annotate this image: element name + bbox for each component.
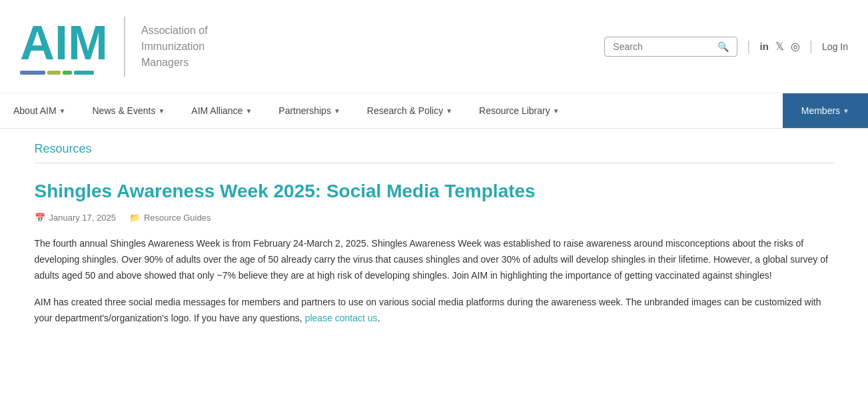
social-icons: in 𝕏 ◎ [760,40,800,53]
twitter-icon[interactable]: 𝕏 [775,40,784,53]
nav-label-news-events: News & Events [93,105,156,116]
nav-label-members: Members [801,105,840,116]
calendar-icon: 📅 [35,213,45,223]
login-link[interactable]: Log In [822,41,848,52]
nav-label-partnerships: Partnerships [278,105,331,116]
org-name-line3: Managers [141,55,208,71]
logo-bar-teal [74,71,94,75]
nav-item-aim-alliance[interactable]: AIM Alliance ▼ [178,93,265,128]
section-title: Resources [35,142,834,163]
podcast-icon[interactable]: ◎ [791,40,800,53]
search-icon: 🔍 [717,41,729,52]
chevron-down-icon: ▼ [245,107,252,115]
logo-bar-yellow [47,71,61,75]
logo-bar [20,71,108,75]
chevron-down-icon: ▼ [59,107,66,115]
linkedin-icon[interactable]: in [760,41,769,52]
folder-icon: 📁 [129,213,140,223]
nav-label-research-policy: Research & Policy [367,105,443,116]
article-date-meta: 📅 January 17, 2025 [35,213,116,223]
nav-label-resource-library: Resource Library [479,105,550,116]
chevron-down-icon: ▼ [158,107,165,115]
main-nav: About AIM ▼ News & Events ▼ AIM Alliance… [0,93,868,129]
article-p2-start: AIM has created three social media messa… [35,297,821,323]
header: AIM Association of Immunization Managers… [0,0,868,93]
header-right: 🔍 | in 𝕏 ◎ | Log In [604,37,848,57]
chevron-down-icon: ▼ [553,107,560,115]
main-content: Resources Shingles Awareness Week 2025: … [15,129,854,350]
chevron-down-icon: ▼ [334,107,340,115]
search-box[interactable]: 🔍 [604,37,737,57]
logo-letters: AIM [20,19,108,75]
header-divider-bar: | [747,39,750,54]
nav-item-members[interactable]: Members ▼ [783,93,868,128]
nav-item-partnerships[interactable]: Partnerships ▼ [265,93,354,128]
chevron-down-icon: ▼ [446,107,452,115]
nav-label-about-aim: About AIM [13,105,57,116]
nav-item-research-policy[interactable]: Research & Policy ▼ [354,93,466,128]
nav-item-about-aim[interactable]: About AIM ▼ [0,93,79,128]
nav-item-resource-library[interactable]: Resource Library ▼ [466,93,573,128]
article-category: Resource Guides [144,213,211,223]
article-p2-end: . [378,313,380,323]
logo-area: AIM Association of Immunization Managers [20,17,208,77]
article-paragraph-1: The fourth annual Shingles Awareness Wee… [35,236,834,283]
article-paragraph-2: AIM has created three social media messa… [35,295,834,327]
article-body: The fourth annual Shingles Awareness Wee… [35,236,834,326]
article-date: January 17, 2025 [49,213,116,223]
nav-label-aim-alliance: AIM Alliance [191,105,242,116]
article-category-meta: 📁 Resource Guides [129,213,211,223]
article-title: Shingles Awareness Week 2025: Social Med… [35,179,834,203]
org-name: Association of Immunization Managers [141,23,208,71]
header-divider-bar2: | [809,39,813,54]
logo-bar-green [63,71,72,75]
logo-text: AIM [20,19,108,67]
article-meta: 📅 January 17, 2025 📁 Resource Guides [35,213,834,223]
chevron-down-icon: ▼ [843,107,849,115]
search-input[interactable] [613,41,713,52]
logo-divider [124,17,125,77]
org-name-line1: Association of [141,23,208,39]
contact-us-link[interactable]: please contact us [305,313,378,323]
org-name-line2: Immunization [141,39,208,55]
logo-bar-blue [20,71,45,75]
nav-item-news-events[interactable]: News & Events ▼ [79,93,179,128]
